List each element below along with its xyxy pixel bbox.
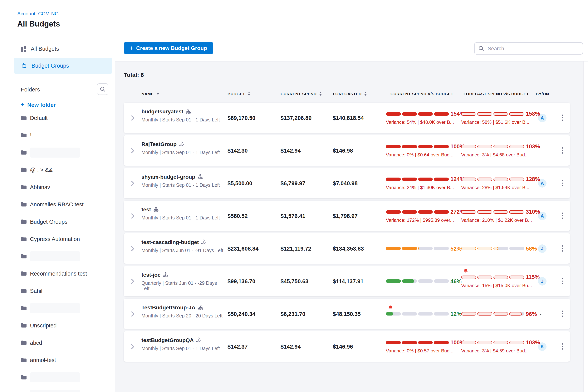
budget-group-name[interactable]: test — [142, 206, 151, 212]
current-vs-budget-cell: 100%Variance: 0% | $0.64 over Bud... — [385, 135, 460, 166]
expand-chevron[interactable] — [131, 115, 134, 120]
by-on-cell: - — [536, 298, 556, 329]
by-on-cell: A — [536, 200, 556, 231]
folder-item[interactable]: abcd — [0, 334, 115, 351]
column-header-budget[interactable]: BUDGET — [226, 90, 279, 97]
progress-line: 46% — [386, 278, 462, 284]
folder-item[interactable]: @ . > && — [0, 161, 115, 178]
folder-name: Recommendations test — [30, 270, 87, 276]
column-header-name[interactable]: NAME — [142, 90, 226, 97]
name-line: TestBudgetGroup-JA — [142, 304, 203, 310]
folder-item[interactable]: Unscripted — [0, 317, 115, 334]
column-header-label: FORECASTED — [333, 92, 362, 96]
budget-group-name[interactable]: RajTestGroup — [142, 141, 176, 147]
menu-cell — [556, 233, 570, 264]
search-input[interactable] — [487, 45, 579, 52]
row-menu-button[interactable] — [556, 213, 570, 219]
row-menu-button[interactable] — [556, 344, 570, 350]
budget-group-name[interactable]: test-joe — [142, 272, 161, 278]
budget-value: $99,136.70 — [226, 278, 256, 284]
vertical-scrollbar[interactable] — [584, 62, 588, 392]
expand-cell — [124, 135, 142, 166]
folder-search-button[interactable] — [97, 84, 108, 95]
folder-item[interactable]: Anomalies RBAC test — [0, 196, 115, 213]
bar-fill — [477, 312, 492, 316]
expand-chevron[interactable] — [131, 278, 134, 284]
variance-text: Variance: 28% | $1.54K over B... — [461, 185, 530, 190]
folder-item[interactable]: anmol-test — [0, 351, 115, 368]
folder-item[interactable]: Cypress Automation — [0, 230, 115, 248]
folder-item[interactable] — [0, 248, 115, 265]
row-menu-button[interactable] — [556, 148, 570, 154]
new-folder-button[interactable]: + New folder — [21, 102, 56, 108]
folder-item[interactable]: Abhinav — [0, 178, 115, 196]
column-header-current[interactable]: CURRENT SPEND — [279, 90, 331, 97]
budget-value: $142.37 — [226, 344, 248, 350]
expand-chevron[interactable] — [131, 148, 134, 153]
bar-fill — [493, 341, 508, 344]
column-header-label: FORECAST SPEND V/S BUDGET — [464, 92, 529, 96]
current-spend-progress-bar — [386, 341, 449, 344]
bar-fill — [493, 112, 508, 116]
folder-item[interactable] — [0, 300, 115, 317]
menu-cell — [556, 135, 570, 166]
row-menu-button[interactable] — [556, 115, 570, 121]
expand-chevron[interactable] — [131, 311, 134, 316]
current-spend-value-cell: $142.94 — [279, 331, 331, 362]
budget-value-cell: $580.52 — [226, 200, 279, 231]
folder-item[interactable] — [0, 368, 115, 386]
bar-fill — [418, 177, 433, 181]
budget-group-name[interactable]: shyam-budget-group — [142, 174, 195, 180]
expand-chevron[interactable] — [131, 213, 134, 218]
folder-icon — [21, 271, 27, 276]
bar-segment — [402, 312, 417, 316]
name-line: shyam-budget-group — [142, 174, 203, 180]
bar-segment — [434, 145, 449, 148]
column-header-fvb[interactable]: FORECAST SPEND V/S BUDGET — [460, 90, 536, 97]
bar-segment — [434, 341, 449, 344]
folder-item[interactable]: Sahil — [0, 282, 115, 300]
column-header-forecast[interactable]: FORECASTED — [331, 90, 385, 97]
budget-group-name[interactable]: TestBudgetGroup-JA — [142, 304, 196, 310]
variance-text: Variance: 24% | $1.30K over B... — [386, 185, 454, 190]
budget-group-name[interactable]: test-cascading-budget — [142, 239, 199, 245]
expand-chevron[interactable] — [131, 344, 134, 349]
row-menu-button[interactable] — [556, 180, 570, 186]
bar-segment — [510, 312, 524, 316]
folder-item[interactable] — [0, 386, 115, 392]
create-budget-group-button[interactable]: + Create a new Budget Group — [124, 42, 213, 54]
sidebar-item-all-budgets[interactable]: All Budgets — [14, 41, 112, 57]
budget-group-name[interactable]: testBudgetGroupQA — [142, 337, 194, 343]
current-spend-value: $6,799.97 — [279, 180, 305, 186]
bar-segment — [402, 112, 417, 116]
page-header: Account: CCM-NG All Budgets — [0, 6, 588, 36]
current-vs-budget-cell: 46% — [385, 266, 460, 296]
row-menu-button[interactable] — [556, 246, 570, 252]
folder-item[interactable]: Budget Groups — [0, 213, 115, 230]
hierarchy-icon — [186, 109, 191, 114]
piggy-bank-icon — [21, 63, 27, 68]
expand-chevron[interactable] — [131, 180, 134, 186]
budget-group-name[interactable]: budgetsuryatest — [142, 108, 183, 114]
bar-segment — [493, 177, 508, 181]
bar-segment — [402, 341, 417, 344]
sidebar-item-budget-groups[interactable]: Budget Groups — [14, 58, 112, 74]
column-header-cvb[interactable]: CURRENT SPEND V/S BUDGET — [385, 90, 460, 97]
forecast-spend-progress-bar — [461, 275, 524, 279]
folders-label: Folders — [21, 86, 40, 92]
row-menu-button[interactable] — [556, 311, 570, 317]
folder-item[interactable]: Default — [0, 109, 115, 126]
folder-item[interactable]: ! — [0, 126, 115, 144]
folder-item[interactable]: Recommendations test — [0, 265, 115, 282]
expand-chevron[interactable] — [131, 246, 134, 251]
folder-name: @ . > && — [30, 166, 52, 173]
bar-segment — [510, 247, 524, 250]
bar-fill — [402, 280, 414, 283]
row-menu-button[interactable] — [556, 278, 570, 284]
account-breadcrumb[interactable]: Account: CCM-NG — [17, 11, 58, 16]
table-row: testMonthly | Starts Sep 01 - 1 Days Lef… — [124, 200, 570, 231]
folder-item[interactable] — [0, 144, 115, 161]
column-header-byon[interactable]: BY/ON — [536, 90, 556, 97]
forecasted-value: $48,150.35 — [331, 311, 361, 317]
forecasted-value: $146.96 — [331, 344, 353, 350]
